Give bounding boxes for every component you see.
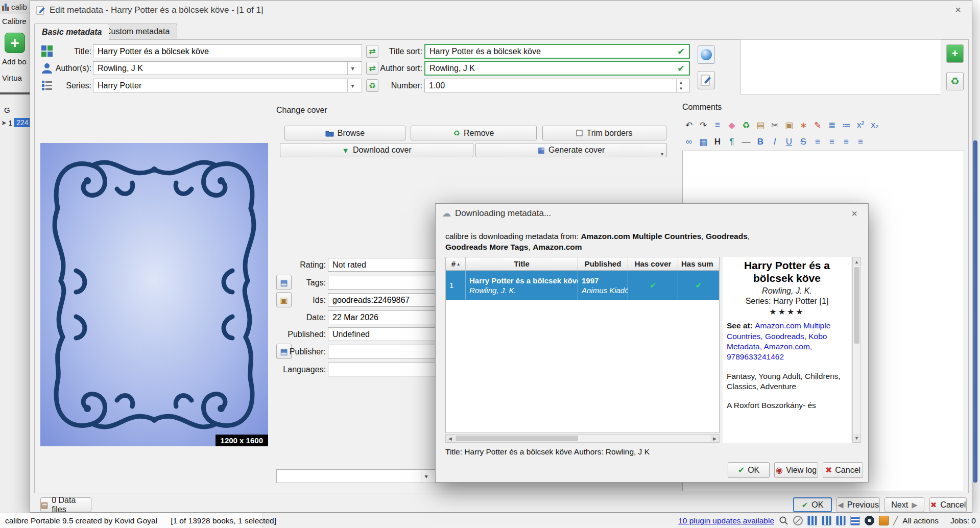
bold-icon[interactable]: B: [754, 135, 767, 149]
browse-cover-button[interactable]: Browse: [284, 126, 405, 140]
insert-image-icon[interactable]: ▦: [697, 135, 710, 149]
chevron-down-icon[interactable]: ▾: [347, 62, 357, 75]
heading-icon[interactable]: H: [711, 135, 724, 149]
remove-cover-button[interactable]: ♻: [946, 72, 964, 90]
paste-icon[interactable]: ▣: [782, 118, 796, 132]
add-cover-button[interactable]: +: [946, 44, 964, 63]
clear-restriction-icon[interactable]: [793, 516, 803, 525]
vscroll-thumb[interactable]: [854, 267, 859, 344]
col-title[interactable]: Title: [466, 257, 578, 270]
download-metadata-button[interactable]: [698, 45, 715, 64]
spin-up-icon[interactable]: ▲: [677, 79, 685, 86]
result-row-selected[interactable]: 1 Harry Potter és a bölcsek köve Rowling…: [446, 271, 719, 300]
layout-grid-icon[interactable]: [850, 516, 860, 525]
jobs-indicator[interactable]: Jobs: 0: [950, 516, 976, 525]
title-sort-input[interactable]: Harry Potter és a bölcsek köve ✔: [424, 44, 690, 59]
align-justify-icon[interactable]: ≡: [854, 135, 867, 149]
series-combo[interactable]: Harry Potter ▾: [93, 79, 362, 92]
dialog-titlebar[interactable]: Edit metadata - Harry Potter és a bölcse…: [30, 1, 972, 19]
trim-cover-button[interactable]: [698, 71, 715, 89]
select-all-icon[interactable]: ≡: [711, 118, 724, 132]
next-button[interactable]: Next ▶: [885, 497, 924, 512]
strikethrough-icon[interactable]: S: [797, 135, 810, 149]
col-published[interactable]: Published: [578, 257, 628, 270]
search-highlight-icon[interactable]: [779, 516, 788, 525]
chevron-down-icon[interactable]: ▾: [421, 470, 431, 483]
generate-cover-button[interactable]: ▦ Generate cover ▾: [475, 143, 667, 157]
horizontal-rule-icon[interactable]: —: [739, 135, 753, 149]
tab-basic-metadata[interactable]: Basic metadata: [34, 23, 109, 40]
scroll-right-icon[interactable]: ▶: [710, 435, 719, 442]
ordered-list-icon[interactable]: ≣: [825, 118, 839, 132]
download-ok-button[interactable]: ✔ OK: [728, 462, 770, 478]
scroll-left-icon[interactable]: ◀: [446, 435, 455, 442]
add-books-label[interactable]: Add bo: [2, 57, 27, 66]
remove-format-icon[interactable]: ∗: [797, 118, 810, 132]
col-has-summary[interactable]: Has sum: [678, 257, 719, 270]
insert-link-icon[interactable]: ∞: [682, 135, 696, 149]
remove-cover-action-button[interactable]: ♻ Remove: [411, 126, 537, 140]
book-cover-image[interactable]: 1200 x 1600: [40, 143, 268, 446]
align-right-icon[interactable]: ≡: [840, 135, 853, 149]
cover-browser-scrollbar[interactable]: [973, 140, 977, 483]
col-has-cover[interactable]: Has cover: [628, 257, 678, 270]
superscript-icon[interactable]: x²: [854, 118, 867, 132]
subscript-icon[interactable]: x₂: [868, 118, 881, 132]
scroll-up-icon[interactable]: ▲: [853, 257, 861, 266]
underline-icon[interactable]: U: [782, 135, 796, 149]
add-books-icon[interactable]: +: [5, 33, 25, 53]
align-center-icon[interactable]: ≡: [825, 135, 839, 149]
download-dialog-close-icon[interactable]: ×: [848, 208, 861, 220]
align-left-icon[interactable]: ≡: [811, 135, 824, 149]
virtual-library-button[interactable]: Virtua: [2, 74, 22, 82]
layout-cover-browser-icon[interactable]: [865, 516, 874, 525]
plugin-updates-link[interactable]: 10 plugin updates available: [678, 516, 774, 525]
author-sort-input[interactable]: Rowling, J K ✔: [424, 61, 690, 76]
number-spinner[interactable]: 1.00 ▲▼: [424, 79, 690, 92]
data-files-button[interactable]: ▤ 0 Data files: [40, 497, 91, 512]
col-num[interactable]: #▴: [446, 257, 466, 270]
chevron-down-icon[interactable]: ▾: [661, 151, 663, 157]
layout-tag-browser-icon[interactable]: [822, 516, 831, 525]
scroll-down-icon[interactable]: ▼: [853, 434, 861, 442]
title-input[interactable]: [93, 44, 362, 58]
download-cover-button[interactable]: ▼ Download cover: [280, 143, 473, 157]
spin-down-icon[interactable]: ▼: [677, 86, 685, 92]
layout-quickview-icon[interactable]: [879, 516, 889, 525]
highlight-icon[interactable]: ✎: [811, 118, 824, 132]
table-hscrollbar[interactable]: ◀ ▶: [445, 434, 720, 443]
italic-icon[interactable]: I: [768, 135, 781, 149]
chevron-down-icon[interactable]: ▾: [347, 79, 357, 92]
cancel-button[interactable]: ✖ Cancel: [929, 497, 967, 512]
undo-icon[interactable]: ↶: [682, 118, 696, 132]
all-actions-label[interactable]: All actions: [902, 516, 939, 525]
title-input-field[interactable]: [98, 47, 357, 56]
previous-button[interactable]: ◀ Previous: [836, 497, 880, 512]
view-log-button[interactable]: ◉ View log: [774, 462, 818, 478]
layout-book-details-icon[interactable]: [836, 516, 846, 525]
spinner-arrows[interactable]: ▲▼: [676, 79, 685, 92]
smarten-punctuation-icon[interactable]: ¶: [725, 135, 738, 149]
hscroll-thumb[interactable]: [456, 436, 578, 441]
dialog-close-icon[interactable]: ×: [951, 4, 965, 16]
bullet-list-icon[interactable]: ≔: [840, 118, 853, 132]
details-vscrollbar[interactable]: ▲ ▼: [852, 257, 861, 443]
authors-combo[interactable]: Rowling, J K ▾: [93, 61, 362, 75]
edit-page-icon: [700, 74, 712, 86]
pinned-row[interactable]: ➤ 1 224: [1, 118, 31, 127]
trim-borders-button[interactable]: Trim borders: [542, 126, 666, 140]
download-arrow-icon: ▼: [342, 146, 349, 155]
layout-search-icon[interactable]: [807, 516, 817, 525]
copy-icon[interactable]: ▤: [754, 118, 767, 132]
calibre-library-button[interactable]: Calibre: [2, 17, 27, 26]
download-cancel-button[interactable]: ✖ Cancel: [823, 462, 863, 478]
download-dialog-titlebar[interactable]: ☁ Downloading metadata...: [436, 204, 868, 223]
redo-icon[interactable]: ↷: [697, 118, 710, 132]
eraser-icon[interactable]: ◆: [725, 118, 738, 132]
ok-button[interactable]: ✔ OK: [793, 497, 832, 512]
tab-custom-metadata[interactable]: Custom metadata: [98, 23, 177, 39]
clear-series-button[interactable]: ♻: [366, 79, 378, 92]
cut-icon[interactable]: ✂: [768, 118, 781, 132]
metadata-source-combo[interactable]: ▾: [276, 469, 436, 483]
clean-html-icon[interactable]: ♻: [739, 118, 753, 132]
